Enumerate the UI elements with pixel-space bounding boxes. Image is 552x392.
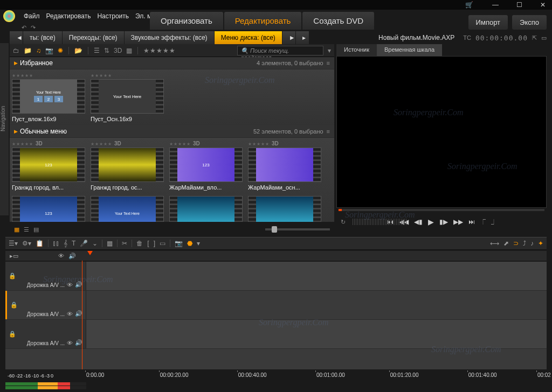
detail-view-icon[interactable]: ▤	[33, 226, 39, 233]
sec-tab-scroll-right[interactable]: ►	[282, 31, 296, 44]
sec-tab-disc-menu[interactable]: Меню диска: (все)	[215, 31, 282, 44]
tab-edit[interactable]: Редактировать	[224, 12, 302, 30]
undo-button[interactable]: ↶	[22, 24, 26, 31]
tl-smart-icon[interactable]: ✦	[538, 240, 543, 247]
menu-file[interactable]: Файл	[24, 12, 40, 20]
tl-bracket-right-icon[interactable]: ]	[154, 240, 155, 247]
tab-organize[interactable]: Организовать	[150, 12, 223, 30]
preview-tab-timeline[interactable]: Временная шкала	[377, 44, 442, 56]
sec-tab-expand[interactable]: ▸	[296, 31, 309, 44]
tl-link-icon[interactable]: ⤴	[523, 240, 526, 247]
track-header[interactable]: 🔒 Дорожка A/V ... 👁 🔊	[5, 291, 86, 319]
tl-multicam-icon[interactable]: ▦	[107, 240, 113, 247]
rating-stars[interactable]: ★★★★★	[91, 73, 112, 78]
popout-icon[interactable]: ⇱	[532, 34, 537, 41]
tl-menu-icon[interactable]: ☰▾	[9, 240, 18, 247]
library-item[interactable]	[169, 195, 245, 222]
tl-score-icon[interactable]: 𝄞	[64, 240, 67, 247]
photo-icon[interactable]: 📷	[45, 47, 53, 54]
tl-ducking-icon[interactable]: ⌄	[92, 240, 98, 247]
rating-filter[interactable]: ★★★★★	[143, 47, 176, 54]
play-icon[interactable]: ▶	[428, 218, 434, 226]
next-frame-icon[interactable]: ▶▶	[453, 218, 463, 226]
tl-select-icon[interactable]: ⬈	[503, 240, 509, 247]
badge-3d[interactable]: 3D	[114, 47, 122, 54]
library-item[interactable]	[248, 195, 323, 222]
item-thumbnail[interactable]: Your Text Here123	[12, 79, 85, 114]
minimize-button[interactable]: —	[488, 1, 502, 9]
rating-stars[interactable]: ★★★★★	[91, 142, 112, 146]
cart-icon[interactable]: 🛒	[465, 1, 473, 9]
track-header[interactable]: 🔒 Дорожка A/V ... 👁 🔊	[5, 320, 86, 348]
section-favorites-header[interactable]: ▶ Избранное 4 элементов, 0 выбрано ≡	[10, 57, 334, 69]
loop-icon[interactable]: ↻	[341, 219, 346, 226]
item-thumbnail[interactable]	[169, 196, 243, 222]
track-speaker-icon[interactable]: 🔊	[75, 281, 82, 288]
track-eye-icon[interactable]: 👁	[67, 311, 73, 317]
track-body[interactable]	[86, 262, 547, 290]
rating-stars[interactable]: ★★★★★	[12, 73, 33, 78]
item-thumbnail[interactable]	[91, 148, 164, 182]
sec-tab-scroll-left[interactable]: ◄	[10, 31, 23, 44]
tl-trash-icon[interactable]: 🗑	[136, 240, 143, 247]
fx-icon[interactable]: ✺	[58, 47, 63, 54]
library-item[interactable]: 123	[12, 195, 87, 222]
track-eye-icon[interactable]: 👁	[67, 282, 73, 288]
item-thumbnail[interactable]: 123	[12, 196, 85, 222]
mark-out-icon[interactable]: ⏌	[491, 219, 496, 225]
collapse-icon[interactable]: ▾	[328, 47, 331, 54]
step-back-icon[interactable]: ◀▮	[414, 218, 423, 226]
playhead-icon[interactable]	[87, 251, 93, 255]
rating-stars[interactable]: ★★★★★	[12, 142, 33, 146]
section-menu-icon[interactable]: ≡	[327, 128, 330, 135]
close-button[interactable]: ✕	[536, 1, 550, 9]
tl-mixer-icon[interactable]: ⫿⫿	[53, 240, 59, 247]
fullscreen-icon[interactable]: ▭	[541, 34, 547, 41]
search-input[interactable]: 🔍 Поиск текущ. представл	[237, 46, 323, 55]
bin-icon[interactable]: 🗀	[13, 47, 19, 54]
thumbnail-size-slider[interactable]	[265, 228, 330, 230]
mark-in-icon[interactable]: ⎾	[480, 219, 486, 225]
tl-voiceover-icon[interactable]: 🎤	[80, 240, 88, 247]
sec-tab-transitions[interactable]: Переходы: (все)	[63, 31, 125, 44]
tl-fit-icon[interactable]: ⟷	[490, 240, 499, 247]
tl-clipboard-icon[interactable]: 📋	[36, 240, 44, 247]
item-thumbnail[interactable]: Your Text Here	[91, 196, 164, 222]
rating-stars[interactable]: ★★★★★	[169, 142, 191, 146]
lock-icon[interactable]: 🔒	[9, 272, 16, 279]
library-item[interactable]: ★★★★★3D 123 Гранжд город, вл...	[12, 140, 87, 192]
library-item[interactable]: ★★★★★3D 123 ЖарМайами_вло...	[169, 140, 245, 192]
library-item[interactable]: Your Text Here	[91, 195, 166, 222]
menu-setup[interactable]: Настроить	[97, 12, 129, 20]
track-header[interactable]: 🔒 Дорожка A/V ... 👁 🔊	[5, 262, 86, 290]
item-thumbnail[interactable]: Your Text Here	[91, 79, 164, 114]
tl-razor-icon[interactable]: ✂	[122, 240, 127, 247]
section-regular-header[interactable]: ▶ Обычные меню 52 элементов, 0 выбрано ≡	[10, 125, 334, 138]
lock-icon[interactable]: 🔒	[9, 331, 16, 338]
preview-tab-source[interactable]: Источник	[336, 44, 377, 56]
tl-title-icon[interactable]: T	[72, 240, 75, 247]
music-icon[interactable]: ♫	[36, 47, 41, 54]
rating-stars[interactable]: ★★★★★	[248, 142, 270, 146]
maximize-button[interactable]: ☐	[512, 1, 526, 9]
track-body[interactable]	[86, 320, 547, 348]
track-eye-icon[interactable]: 👁	[67, 340, 73, 346]
expand-icon[interactable]: ▶	[14, 60, 18, 66]
track-speaker-icon[interactable]: 🔊	[75, 339, 82, 346]
track-speaker-icon[interactable]: 🔊	[75, 310, 82, 317]
sec-tab-sound-effects[interactable]: Звуковые эффекты: (все)	[125, 31, 215, 44]
item-thumbnail[interactable]	[248, 148, 321, 182]
track-body[interactable]	[86, 291, 547, 319]
th-collapse-icon[interactable]: ▸▭	[10, 253, 18, 260]
jog-wheel[interactable]	[353, 219, 406, 225]
library-item[interactable]: ★★★★★3D Гранжд город, ос...	[91, 140, 166, 192]
time-marks[interactable]: 0:00.00 00:00:20.00 00:00:40.00 00:01:00…	[86, 370, 547, 381]
sort-icon[interactable]: ⇅	[104, 47, 109, 54]
menu-edit[interactable]: Редактировать	[46, 12, 91, 20]
tl-snapshot-icon[interactable]: 📷	[175, 240, 183, 247]
redo-button[interactable]: ↷	[31, 24, 36, 31]
tl-audio-icon[interactable]: ♪	[530, 240, 534, 247]
section-menu-icon[interactable]: ≡	[327, 60, 330, 66]
tl-marker-dropdown[interactable]: ▾	[197, 240, 200, 247]
library-item[interactable]: ★★★★★3D ЖарМайами_осн...	[248, 140, 323, 192]
